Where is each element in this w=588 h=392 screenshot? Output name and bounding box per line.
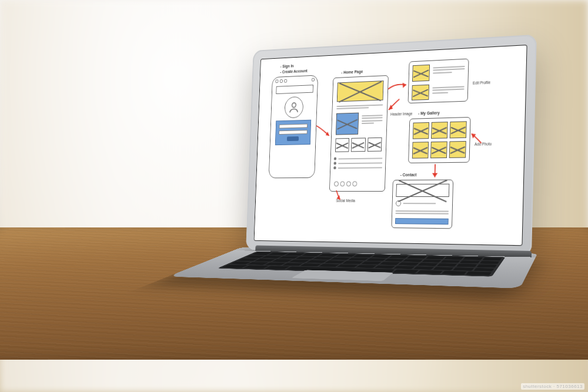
gallery-thumb (450, 121, 467, 138)
home-list (333, 155, 382, 171)
contact-avatar-icon (396, 200, 401, 206)
phone-status-bar (275, 78, 315, 85)
gallery-thumb (431, 122, 448, 139)
gallery-thumb (430, 142, 447, 159)
flow-arrow-icon (469, 131, 484, 147)
flow-arrow-icon (386, 97, 402, 114)
contact-map (396, 184, 449, 197)
password-field[interactable] (279, 130, 308, 135)
profile-image-1 (412, 65, 430, 82)
flow-arrow-icon (429, 163, 440, 180)
phone-header-bar (276, 85, 313, 94)
flow-arrow-icon (315, 123, 333, 140)
home-thumb (351, 138, 366, 152)
laptop-lid: - Sign In - Create Account - Home Page (246, 35, 537, 256)
trackpad (290, 270, 395, 281)
laptop-screen: - Sign In - Create Account - Home Page (254, 45, 527, 246)
contact-frame (391, 179, 453, 229)
username-field[interactable] (279, 124, 308, 129)
home-thumb-row (335, 138, 382, 152)
flow-arrow-icon (387, 80, 409, 92)
svg-marker-2 (402, 82, 406, 88)
gallery-thumb (449, 141, 466, 158)
user-avatar-icon (284, 96, 303, 118)
label-my-gallery: - My Gallery (418, 110, 440, 115)
home-thumb (368, 138, 382, 152)
home-thumb (335, 138, 349, 152)
label-edit-profile: Edit Profile (473, 80, 490, 85)
svg-marker-3 (389, 105, 393, 110)
login-form (275, 120, 311, 145)
annotation-add-photo: Add Photo (475, 142, 492, 146)
home-page-frame (329, 75, 389, 192)
gallery-thumb (413, 122, 429, 139)
label-home-page: - Home Page (341, 69, 363, 75)
label-contact: - Contact (400, 173, 417, 177)
label-create-account: - Create Account (280, 69, 307, 74)
svg-marker-1 (326, 132, 329, 136)
signin-button[interactable] (287, 136, 299, 141)
gallery-frame (408, 117, 470, 163)
signin-phone-frame (269, 75, 318, 179)
stock-watermark: shutterstock · 571036613 (521, 383, 584, 390)
person-icon (288, 100, 300, 115)
svg-marker-4 (471, 133, 476, 138)
gallery-thumb (412, 142, 429, 159)
home-hero-image (337, 81, 384, 102)
contact-submit-button[interactable] (395, 218, 449, 225)
svg-point-0 (292, 103, 296, 108)
annotation-social-media: Social Media (336, 199, 355, 203)
annotation-header-image: Header Image (390, 112, 412, 116)
edit-profile-frame (408, 59, 469, 104)
social-icons[interactable] (334, 181, 357, 186)
label-signin: - Sign In (280, 64, 294, 69)
home-feature-image (336, 113, 359, 135)
profile-image-2 (412, 85, 429, 100)
laptop: - Sign In - Create Account - Home Page (242, 33, 548, 356)
gallery-grid (412, 121, 467, 159)
svg-marker-5 (432, 173, 437, 177)
